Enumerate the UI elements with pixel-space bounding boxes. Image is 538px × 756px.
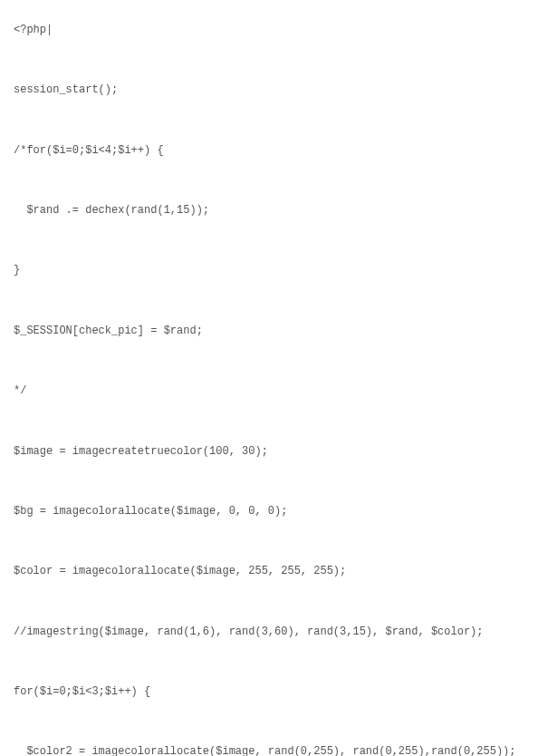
code-line [14,715,524,730]
code-line [14,234,524,248]
code-line [14,354,524,368]
code-line: $_SESSION[check_pic] = $rand; [14,324,524,339]
code-line: } [14,263,524,278]
code-line [14,113,524,128]
code-line: $color2 = imagecolorallocate($image, ran… [14,744,524,756]
code-line: session_start(); [14,82,524,98]
code-line: $rand .= dechex(rand(1,15)); [14,203,524,218]
code-line [14,414,524,429]
php-code-block: <?php| session_start(); /*for($i=0;$i<4;… [14,7,524,756]
code-line [14,173,524,188]
code-line: <?php| [14,23,524,38]
code-line [14,535,524,549]
code-line: $image = imagecreatetruecolor(100, 30); [14,444,524,460]
code-line: /*for($i=0;$i<4;$i++) { [14,143,524,159]
code-line [14,595,524,609]
code-line: */ [14,383,524,399]
code-line: for($i=0;$i<3;$i++) { [14,684,524,700]
code-line [14,474,524,489]
code-line [14,294,524,308]
code-line [14,654,524,669]
code-line [14,53,524,67]
code-line: //imagestring($image, rand(1,6), rand(3,… [14,625,524,640]
code-line: $color = imagecolorallocate($image, 255,… [14,564,524,579]
code-line: $bg = imagecolorallocate($image, 0, 0, 0… [14,504,524,519]
